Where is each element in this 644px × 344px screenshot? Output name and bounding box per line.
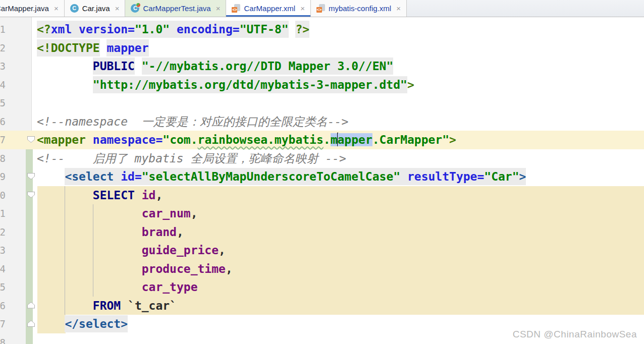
line-number: 5 [0, 94, 6, 112]
token [100, 41, 107, 54]
code-text: <!-- 启用了 mybatis 全局设置，驼峰命名映射 --> [37, 149, 644, 168]
code-line-2: 2<!DOCTYPE mapper [0, 39, 644, 58]
token [121, 299, 128, 312]
token: ?> [295, 21, 309, 38]
tab-label: Car.java [82, 4, 110, 13]
token: . [324, 133, 331, 146]
token: = [155, 133, 163, 146]
tab-mybatis-config.xml[interactable]: mybatis-config.xml× [311, 0, 407, 17]
line-number: 12 [0, 223, 6, 242]
code-text: <!--namespace 一定要是：对应的接口的全限定类名--> [37, 112, 644, 131]
tab-CarMapper.xml[interactable]: CarMapper.xml× [226, 0, 310, 17]
watermark: CSDN @ChinaRainbowSea [513, 329, 637, 340]
xml-file-icon [316, 4, 325, 13]
token: "selectAllByMapUnderscoreToCamelCase" [142, 168, 400, 185]
token: <select [65, 168, 114, 185]
close-tab-icon[interactable]: × [54, 4, 59, 13]
token: FROM [93, 299, 121, 312]
token: = [233, 21, 240, 38]
token: rainbowsea.mybatis [198, 133, 324, 146]
code-text: car_type [37, 278, 644, 297]
token [37, 317, 65, 330]
token [37, 244, 142, 257]
token [37, 280, 142, 294]
token: = [477, 168, 484, 185]
code-text: <mapper namespace="com.rainbowsea.mybati… [37, 131, 644, 149]
code-text: guide_price, [37, 241, 644, 260]
tab-Car.java[interactable]: CCar.java× [65, 0, 126, 17]
code-text: <select id="selectAllByMapUnderscoreToCa… [37, 167, 644, 186]
code-line-1: 1<?xml version="1.0" encoding="UTF-8" ?> [0, 20, 644, 39]
token: <!--namespace 一定要是：对应的接口的全限定类名--> [37, 115, 348, 128]
tab-label: CarMapper.java [0, 4, 49, 13]
token: apper [338, 133, 372, 146]
code-line-9: 9 <select id="selectAllByMapUnderscoreTo… [0, 167, 644, 186]
token: "UTF-8" [240, 21, 289, 38]
token: </select> [65, 315, 128, 332]
token: = [128, 21, 135, 38]
code-line-5: 5 [0, 94, 644, 112]
token [72, 21, 79, 38]
token: "1.0" [135, 21, 170, 38]
token [289, 23, 296, 36]
line-number: 17 [0, 315, 6, 333]
token: car_type [142, 280, 198, 294]
token: <mapper [37, 133, 86, 146]
token [37, 60, 93, 73]
close-tab-icon[interactable]: × [216, 4, 221, 13]
xml-file-icon [232, 4, 240, 13]
code-line-16: 16 FROM `t_car` [0, 297, 644, 315]
token: , [191, 207, 198, 220]
token: guide_price [142, 244, 219, 257]
code-line-4: 4 "http://mybatis.org/dtd/mybatis-3-mapp… [0, 76, 644, 94]
tab-label: CarMapper.xml [244, 4, 295, 13]
token: , [226, 262, 233, 275]
token: <!DOCTYPE [37, 39, 100, 56]
token: .CarMapper" [372, 133, 449, 146]
token: PUBLIC [93, 58, 135, 75]
token: , [177, 225, 184, 239]
token: , [219, 244, 226, 257]
ide-window: CCarMapper.java×CCar.java×CCarMapperTest… [0, 0, 644, 344]
token: id [121, 168, 135, 185]
token: > [519, 168, 526, 185]
token: brand [142, 225, 177, 239]
token: "-//mybatis.org//DTD Mapper 3.0//EN" [142, 58, 394, 75]
close-tab-icon[interactable]: × [300, 4, 305, 13]
line-number: 10 [0, 186, 6, 205]
code-editor[interactable]: 1<?xml version="1.0" encoding="UTF-8" ?>… [0, 17, 644, 344]
line-number: 18 [0, 333, 6, 344]
line-number: 15 [0, 278, 6, 297]
token [37, 299, 93, 312]
code-lines: 1<?xml version="1.0" encoding="UTF-8" ?>… [0, 20, 644, 344]
code-text: <?xml version="1.0" encoding="UTF-8" ?> [37, 20, 644, 39]
token: xml [51, 21, 72, 38]
tab-CarMapper.java[interactable]: CCarMapper.java× [0, 0, 65, 17]
token [114, 168, 121, 185]
tab-label: CarMapperTest.java [143, 4, 210, 13]
token [37, 170, 65, 183]
tab-CarMapperTest.java[interactable]: CCarMapperTest.java× [125, 0, 226, 17]
java-test-icon: C [131, 4, 139, 13]
token [86, 133, 93, 146]
code-text: SELECT id, [37, 186, 644, 205]
code-text: brand, [37, 223, 644, 242]
token [170, 21, 177, 38]
code-line-12: 12 brand, [0, 223, 644, 242]
tab-label: mybatis-config.xml [329, 4, 391, 13]
token: > [407, 78, 414, 91]
code-text: "http://mybatis.org/dtd/mybatis-3-mapper… [37, 76, 644, 94]
code-line-10: 10 SELECT id, [0, 186, 644, 205]
token: version [79, 21, 128, 38]
code-line-15: 15 car_type [0, 278, 644, 297]
token [37, 207, 142, 220]
code-line-8: 8<!-- 启用了 mybatis 全局设置，驼峰命名映射 --> [0, 149, 644, 168]
line-number: 16 [0, 297, 6, 315]
line-number: 7 [0, 131, 6, 149]
code-text: FROM `t_car` [37, 297, 644, 315]
token: id [142, 189, 156, 202]
editor-tab-bar: CCarMapper.java×CCar.java×CCarMapperTest… [0, 0, 644, 17]
close-tab-icon[interactable]: × [396, 4, 401, 13]
token [37, 78, 93, 91]
close-tab-icon[interactable]: × [115, 4, 120, 13]
